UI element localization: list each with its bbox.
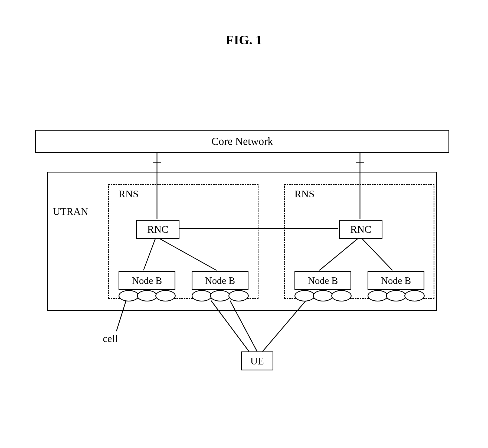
cell-icon: [228, 290, 249, 301]
rnc-right-box: RNC: [339, 220, 382, 239]
rnc-right-label: RNC: [350, 223, 371, 235]
rnc-left-box: RNC: [136, 220, 179, 239]
cell-icon: [386, 290, 406, 301]
cells-right-1: [294, 290, 351, 302]
cell-icon: [368, 290, 388, 301]
nodeb-right-2-label: Node B: [381, 275, 411, 286]
nodeb-left-1-label: Node B: [132, 275, 162, 286]
nodeb-left-2-label: Node B: [205, 275, 235, 286]
cell-icon: [192, 290, 212, 301]
cell-icon: [137, 290, 157, 301]
cell-annotation-label: cell: [103, 333, 118, 344]
cell-icon: [331, 290, 352, 301]
core-network-box: Core Network: [35, 130, 449, 153]
cells-left-1: [119, 290, 175, 302]
cell-icon: [119, 290, 139, 301]
cell-icon: [294, 290, 315, 301]
nodeb-right-2: Node B: [368, 271, 424, 290]
cell-icon: [404, 290, 425, 301]
ue-box: UE: [241, 351, 273, 370]
cell-icon: [155, 290, 176, 301]
figure-title: FIG. 1: [226, 32, 262, 47]
core-network-label: Core Network: [211, 135, 273, 148]
cells-right-2: [368, 290, 424, 302]
cells-left-2: [192, 290, 248, 302]
rnc-left-label: RNC: [147, 223, 168, 235]
nodeb-right-1-label: Node B: [308, 275, 338, 286]
cell-icon: [210, 290, 230, 301]
nodeb-left-2: Node B: [192, 271, 248, 290]
utran-label: UTRAN: [53, 205, 88, 217]
ue-label: UE: [250, 355, 264, 367]
nodeb-right-1: Node B: [294, 271, 351, 290]
rns-left-box: RNS RNC Node B Node B: [108, 184, 258, 299]
rns-right-box: RNS RNC Node B Node B: [284, 184, 434, 299]
rns-left-label: RNS: [119, 188, 139, 200]
diagram-container: Core Network UTRAN RNS RNC Node B Node B…: [35, 130, 449, 153]
rns-right-label: RNS: [294, 188, 315, 200]
cell-icon: [313, 290, 333, 301]
nodeb-left-1: Node B: [119, 271, 175, 290]
